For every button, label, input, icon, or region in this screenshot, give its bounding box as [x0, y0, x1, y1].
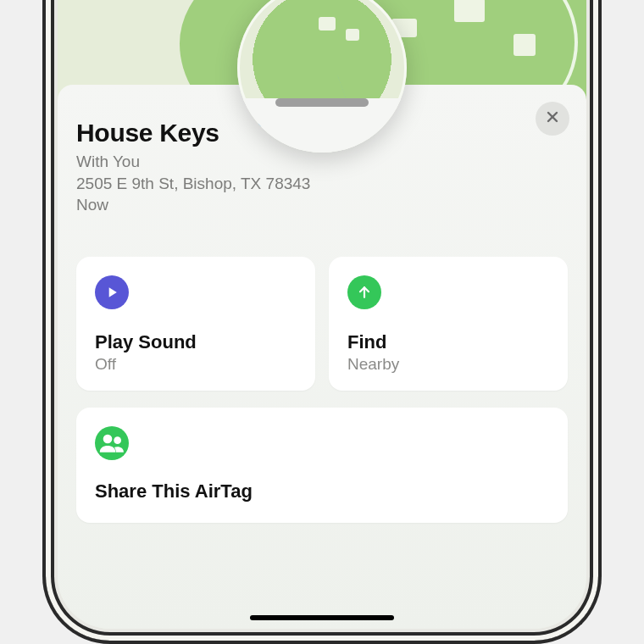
find-sub: Nearby — [347, 355, 549, 374]
people-icon — [95, 426, 129, 460]
svg-point-4 — [114, 436, 121, 444]
item-status: With You — [76, 153, 140, 170]
action-tiles: Play Sound Off Find Nearby — [76, 257, 568, 391]
svg-point-3 — [103, 435, 113, 444]
screen: House Keys With You 2505 E 9th St, Bisho… — [58, 0, 586, 629]
phone-frame: House Keys With You 2505 E 9th St, Bisho… — [42, 0, 602, 644]
home-indicator[interactable] — [250, 615, 394, 620]
play-sound-tile[interactable]: Play Sound Off — [76, 257, 315, 391]
find-tile[interactable]: Find Nearby — [329, 257, 568, 391]
find-label: Find — [347, 331, 549, 353]
play-icon — [95, 275, 129, 309]
share-airtag-tile[interactable]: Share This AirTag — [76, 408, 568, 523]
item-time: Now — [76, 196, 108, 214]
arrow-up-icon — [347, 275, 381, 309]
item-subtitle: With You 2505 E 9th St, Bishop, TX 78343… — [76, 151, 432, 216]
sheet-grabber-icon[interactable] — [275, 98, 369, 107]
play-sound-sub: Off — [95, 355, 297, 374]
close-button[interactable] — [536, 102, 569, 136]
close-icon — [546, 110, 559, 127]
play-sound-label: Play Sound — [95, 331, 297, 353]
share-airtag-label: Share This AirTag — [95, 480, 549, 502]
detail-sheet: House Keys With You 2505 E 9th St, Bisho… — [58, 85, 586, 629]
item-address: 2505 E 9th St, Bishop, TX 78343 — [76, 175, 310, 192]
